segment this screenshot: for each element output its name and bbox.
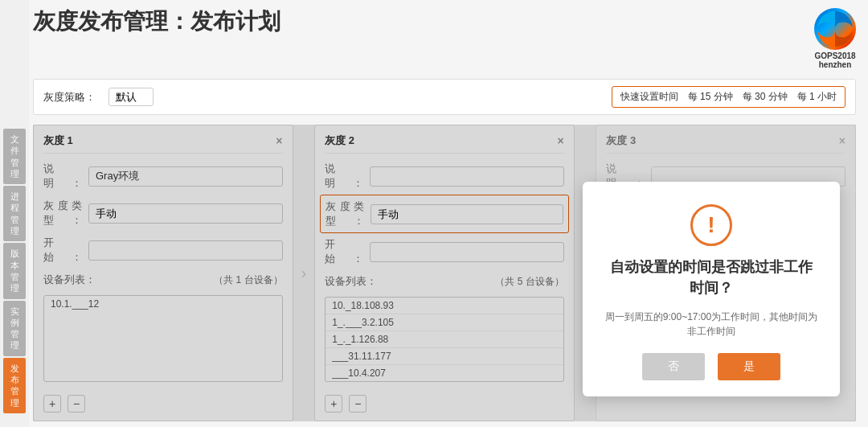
logo-icon [814,8,856,50]
page-title: 灰度发布管理：发布计划 [33,8,280,35]
dialog-cancel-btn[interactable]: 否 [642,353,705,380]
strategy-select[interactable]: 默认 [108,88,154,106]
logo-text: GOPS2018henzhen [814,51,855,69]
quick-time-box: 快速设置时间 每 15 分钟 每 30 分钟 每 1 小时 [612,86,845,108]
dialog-buttons: 否 是 [642,353,780,380]
page-header: 灰度发布管理：发布计划 GOPS2018henzhen [33,8,856,69]
sidebar-item-version[interactable]: 版本管理 [3,243,26,298]
quick-time-1hour[interactable]: 每 1 小时 [797,90,837,104]
logo-area: GOPS2018henzhen [814,8,856,69]
main-container: 文件管理 进程管理 版本管理 实例管理 发布管理 灰度发布管理：发布计划 G [0,0,868,427]
panels-row: 灰度 1 × 说 明： 灰度类型： 手动 自动 开 始： [33,125,856,421]
dialog-desc: 周一到周五的9:00~17:00为工作时间，其他时间为非工作时间 [602,310,821,339]
dialog-title: 自动设置的时间是否跳过非工作时间？ [610,257,813,298]
content-area: 灰度发布管理：发布计划 GOPS2018henzhen 灰度策略： [29,0,868,427]
dialog-confirm-btn[interactable]: 是 [718,353,780,380]
sidebar-item-instance[interactable]: 实例管理 [3,301,26,356]
sidebar-item-file[interactable]: 文件管理 [3,129,26,184]
sidebar: 文件管理 进程管理 版本管理 实例管理 发布管理 [0,0,29,427]
strategy-label: 灰度策略： [43,90,96,105]
quick-time-label: 快速设置时间 [620,90,678,104]
sidebar-item-process[interactable]: 进程管理 [3,186,26,241]
dialog-overlay: ! 自动设置的时间是否跳过非工作时间？ 周一到周五的9:00~17:00为工作时… [33,125,856,421]
dialog-box: ! 自动设置的时间是否跳过非工作时间？ 周一到周五的9:00~17:00为工作时… [583,182,840,396]
quick-time-30min[interactable]: 每 30 分钟 [743,90,788,104]
dialog-warning-icon: ! [690,204,732,246]
controls-bar: 灰度策略： 默认 快速设置时间 每 15 分钟 每 30 分钟 每 1 小时 [33,79,856,115]
quick-time-15min[interactable]: 每 15 分钟 [688,90,733,104]
sidebar-item-release[interactable]: 发布管理 [3,358,26,413]
